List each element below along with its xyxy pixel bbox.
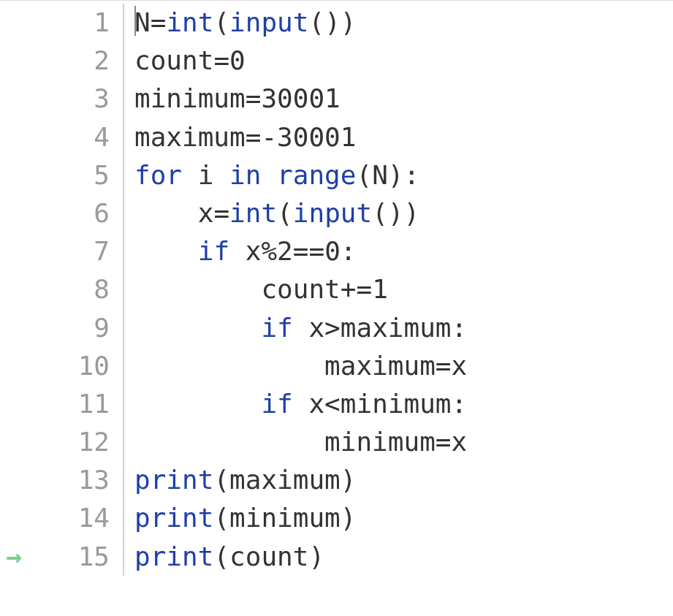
indent — [134, 427, 324, 457]
code-area[interactable]: N=int(input())count=0minimum=30001maximu… — [124, 4, 673, 576]
code-token: print — [134, 503, 213, 533]
code-line[interactable]: print(minimum) — [134, 499, 673, 537]
code-token: maximum — [229, 465, 341, 495]
code-token: ()) — [308, 7, 356, 37]
code-token: input — [293, 198, 372, 228]
line-number: 2 — [22, 42, 110, 80]
code-token: ): — [388, 160, 419, 190]
current-line-arrow-icon — [0, 347, 22, 385]
code-token: i — [198, 160, 229, 190]
line-number: 5 — [22, 156, 110, 194]
current-line-arrow-icon — [0, 461, 22, 499]
current-line-arrow-column: → — [0, 4, 22, 576]
code-line[interactable]: minimum=30001 — [134, 80, 673, 118]
code-token: maximum — [324, 351, 436, 381]
code-line[interactable]: if x%2==0: — [134, 232, 673, 270]
code-token: - — [261, 122, 277, 152]
current-line-arrow-icon — [0, 385, 22, 423]
current-line-arrow-icon — [0, 309, 22, 347]
code-token: ( — [277, 198, 293, 228]
code-token: 30001 — [261, 83, 340, 113]
current-line-arrow-icon — [0, 156, 22, 194]
code-token: print — [134, 541, 213, 571]
code-token: 30001 — [277, 122, 356, 152]
code-token: ( — [213, 7, 229, 37]
current-line-arrow-icon — [0, 499, 22, 537]
current-line-arrow-icon — [0, 270, 22, 308]
line-number-gutter: 123456789101112131415 — [22, 4, 124, 576]
code-token: = — [213, 198, 229, 228]
code-token: x — [308, 389, 324, 419]
code-token: 0 — [324, 236, 341, 266]
current-line-arrow-icon — [0, 80, 22, 118]
code-token: minimum — [341, 389, 452, 419]
code-token: int — [229, 198, 277, 228]
code-line[interactable]: count=0 — [134, 42, 673, 80]
code-line[interactable]: if x<minimum: — [134, 385, 673, 423]
code-token: : — [341, 236, 357, 266]
code-token: ) — [341, 503, 357, 533]
indent — [134, 198, 198, 228]
current-line-arrow-icon — [0, 42, 22, 80]
line-number: 12 — [22, 423, 110, 461]
current-line-arrow-icon — [0, 4, 22, 42]
code-token: x — [308, 313, 324, 343]
code-token: ()) — [372, 198, 419, 228]
code-token: = — [246, 122, 262, 152]
code-token: x — [452, 351, 468, 381]
current-line-arrow-icon — [0, 118, 22, 156]
line-number: 14 — [22, 499, 110, 537]
code-token: count — [261, 274, 340, 304]
code-token: in — [229, 160, 277, 190]
code-line[interactable]: print(maximum) — [134, 461, 673, 499]
code-token: x — [246, 236, 262, 266]
code-token: ( — [213, 465, 229, 495]
line-number: 6 — [22, 194, 110, 232]
code-token: minimum — [134, 83, 246, 113]
code-line[interactable]: N=int(input()) — [134, 4, 673, 42]
code-token: : — [452, 389, 468, 419]
code-token: x — [198, 198, 214, 228]
code-line[interactable]: minimum=x — [134, 423, 673, 461]
line-number: 11 — [22, 385, 110, 423]
code-token: if — [261, 313, 308, 343]
code-token: for — [134, 160, 198, 190]
code-token: : — [452, 313, 468, 343]
code-token: N — [134, 7, 151, 37]
code-token: ( — [213, 541, 229, 571]
line-number: 1 — [22, 4, 110, 42]
code-token: 0 — [229, 45, 246, 75]
code-line[interactable]: maximum=x — [134, 347, 673, 385]
current-line-arrow-icon — [0, 232, 22, 270]
line-number: 9 — [22, 309, 110, 347]
code-token: minimum — [229, 503, 341, 533]
line-number: 13 — [22, 461, 110, 499]
code-token: N — [372, 160, 388, 190]
current-line-arrow-icon: → — [0, 538, 22, 576]
line-number: 4 — [22, 118, 110, 156]
code-line[interactable]: maximum=-30001 — [134, 118, 673, 156]
code-token: = — [213, 45, 229, 75]
code-token: = — [151, 7, 167, 37]
code-token: count — [229, 541, 308, 571]
code-line[interactable]: x=int(input()) — [134, 194, 673, 232]
code-token: print — [134, 465, 213, 495]
code-token: < — [324, 389, 341, 419]
indent — [134, 236, 198, 266]
code-token: minimum — [324, 427, 436, 457]
line-number: 7 — [22, 232, 110, 270]
code-token: += — [341, 274, 372, 304]
line-number: 15 — [22, 538, 110, 576]
code-token: == — [293, 236, 324, 266]
code-token: x — [452, 427, 468, 457]
code-line[interactable]: for i in range(N): — [134, 156, 673, 194]
code-editor[interactable]: → 123456789101112131415 N=int(input())co… — [0, 0, 673, 576]
line-number: 8 — [22, 270, 110, 308]
code-token: input — [229, 7, 308, 37]
code-token: if — [198, 236, 246, 266]
code-line[interactable]: count+=1 — [134, 270, 673, 308]
code-token: > — [324, 313, 341, 343]
code-line[interactable]: if x>maximum: — [134, 309, 673, 347]
code-line[interactable]: print(count) — [134, 538, 673, 576]
code-token: int — [166, 7, 213, 37]
